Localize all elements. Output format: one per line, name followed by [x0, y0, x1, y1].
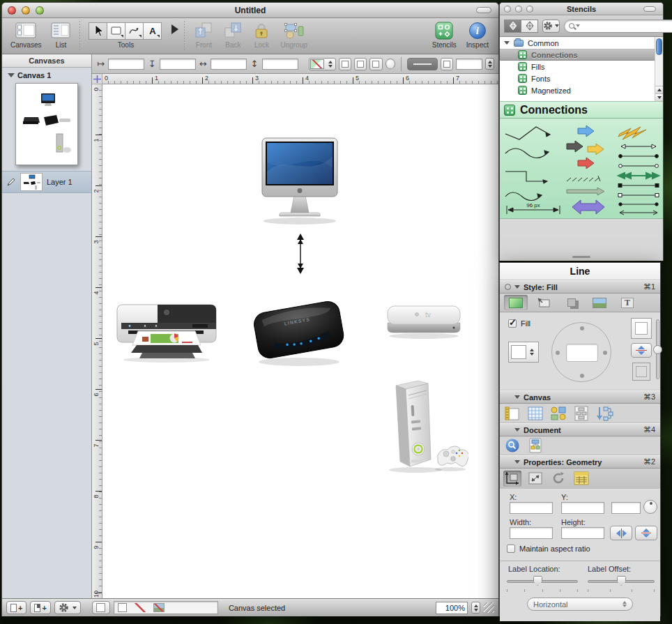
imac-shape[interactable] — [250, 137, 350, 227]
scroll-down-arrow[interactable] — [655, 93, 663, 101]
resize-grip[interactable] — [484, 602, 494, 613]
rotation-input[interactable] — [611, 502, 641, 514]
left-position-field[interactable] — [108, 59, 144, 70]
x-input[interactable] — [510, 502, 553, 514]
search-input[interactable] — [581, 22, 672, 30]
geometry-position-button[interactable] — [503, 471, 521, 487]
diagram-layout-button[interactable] — [595, 405, 613, 421]
line-end-button[interactable] — [441, 58, 453, 70]
fill-color-swatch[interactable] — [511, 345, 526, 359]
router-shape[interactable]: LINKSYS — [246, 291, 352, 368]
back-toolbar-button[interactable]: Back — [223, 20, 243, 49]
disclosure-triangle-icon[interactable] — [504, 41, 510, 45]
shape-style-button-3[interactable] — [369, 58, 382, 70]
stencil-item-connections[interactable]: Connections — [500, 49, 663, 61]
stencil-folder-common[interactable]: Common — [500, 37, 663, 49]
printer-shape[interactable] — [114, 295, 219, 363]
selection-tool-button[interactable] — [89, 22, 107, 40]
alignment-button[interactable] — [549, 405, 567, 421]
zoom-stepper[interactable] — [471, 602, 480, 614]
canvas-section-header[interactable]: Canvas ⌘3 — [500, 390, 660, 404]
label-offset-slider[interactable] — [588, 577, 655, 586]
fill-opacity-slider[interactable] — [656, 319, 659, 379]
flip-horizontal-button[interactable] — [610, 526, 632, 540]
stencil-item-fills[interactable]: Fills — [500, 61, 663, 73]
pin-icon[interactable] — [505, 284, 511, 290]
outline-button[interactable] — [572, 405, 590, 421]
geometry-note-button[interactable] — [572, 471, 590, 487]
grid-button[interactable] — [526, 405, 544, 421]
stencil-preview[interactable]: 96 px — [500, 119, 663, 219]
stencils-action-menu[interactable] — [542, 20, 560, 33]
canvas-style-well[interactable] — [114, 601, 218, 614]
canvas1-row[interactable]: Canvas 1 — [2, 68, 91, 81]
height-field[interactable] — [262, 59, 298, 70]
xbox-360-shape[interactable] — [376, 377, 468, 475]
disclosure-triangle-icon[interactable] — [514, 285, 520, 289]
stencils-toolbar-button[interactable]: Stencils — [432, 20, 457, 49]
stencil-item-magnetized[interactable]: Magnetized — [500, 84, 663, 96]
vertical-ruler[interactable]: 0 1 2 3 4 5 6 7 8 9 10 — [92, 84, 102, 598]
drawing-canvas[interactable]: LINKSYS — [102, 84, 498, 598]
canvas-size-button[interactable] — [503, 405, 521, 421]
lock-toolbar-button[interactable]: Lock — [252, 20, 270, 49]
line-width-field[interactable] — [456, 59, 482, 70]
layer1-row[interactable]: Layer 1 — [2, 171, 91, 193]
document-zoom-button[interactable] — [503, 438, 521, 454]
fill-gradient-center[interactable] — [566, 344, 598, 362]
orientation-dropdown[interactable]: Horizontal — [527, 598, 633, 611]
stencil-list[interactable]: Common Connections Fills Fonts Magnetize… — [500, 37, 663, 101]
more-tools-button[interactable] — [170, 20, 180, 38]
fill-swatch-primary[interactable] — [631, 318, 652, 339]
width-field[interactable] — [211, 59, 247, 70]
list-toolbar-button[interactable]: List — [51, 20, 70, 49]
add-layer-button[interactable]: + — [30, 601, 50, 614]
fill-style-button[interactable] — [309, 58, 335, 70]
shape-style-button-1[interactable] — [339, 58, 351, 70]
stencils-titlebar[interactable]: Stencils — [500, 3, 663, 15]
y-input[interactable] — [561, 502, 604, 514]
stroke-tab[interactable] — [532, 295, 556, 310]
slider-thumb[interactable] — [617, 576, 626, 586]
document-section-header[interactable]: Document ⌘4 — [500, 423, 660, 436]
view-mode-list-button[interactable] — [504, 20, 521, 33]
canvas-fill-swatch[interactable] — [92, 601, 110, 614]
fill-checkbox[interactable] — [508, 319, 517, 328]
inspect-toolbar-button[interactable]: i Inspect — [466, 20, 489, 49]
disclosure-triangle-icon[interactable] — [514, 395, 520, 399]
disclosure-triangle-icon[interactable] — [514, 460, 520, 464]
document-data-button[interactable] — [526, 438, 544, 454]
maintain-aspect-checkbox[interactable] — [507, 545, 515, 553]
canvas-action-menu[interactable] — [54, 601, 81, 614]
line-width-stepper[interactable] — [485, 58, 494, 70]
image-none-swatch[interactable] — [153, 603, 165, 612]
shape-tool-button[interactable] — [107, 22, 125, 40]
text-tool-button[interactable]: A — [143, 22, 162, 40]
image-tab[interactable] — [588, 295, 611, 310]
disclosure-triangle-icon[interactable] — [514, 428, 520, 432]
resize-handle[interactable] — [572, 256, 590, 258]
flip-vertical-button[interactable] — [635, 526, 657, 540]
swap-colors-button[interactable] — [631, 343, 652, 358]
disclosure-triangle-icon[interactable] — [8, 73, 15, 77]
line-style-dropdown[interactable] — [407, 58, 438, 70]
inspector-title[interactable]: Line — [500, 263, 660, 280]
rotation-dial[interactable] — [643, 500, 657, 514]
scrollbar-thumb[interactable] — [656, 38, 662, 55]
canvas1-thumbnail[interactable] — [15, 83, 78, 165]
canvases-toolbar-button[interactable]: Canvases — [10, 20, 41, 49]
geometry-resize-button[interactable] — [526, 471, 544, 487]
ungroup-toolbar-button[interactable]: Ungroup — [280, 20, 307, 49]
stencil-search-field[interactable] — [564, 20, 672, 33]
toolbar-toggle-pill[interactable] — [476, 7, 491, 13]
view-mode-grid-button[interactable] — [521, 20, 538, 33]
style-fill-section-header[interactable]: Style: Fill ⌘1 — [500, 280, 660, 294]
line-tool-button[interactable] — [125, 22, 144, 40]
fill-tab[interactable] — [504, 295, 528, 310]
connector-double-arrow[interactable] — [296, 234, 305, 274]
width-input[interactable] — [510, 527, 553, 539]
add-canvas-button[interactable]: + — [6, 601, 26, 614]
front-toolbar-button[interactable]: Front — [194, 20, 213, 49]
fill-swatch-secondary[interactable] — [632, 363, 650, 381]
shape-style-button-2[interactable] — [354, 58, 367, 70]
